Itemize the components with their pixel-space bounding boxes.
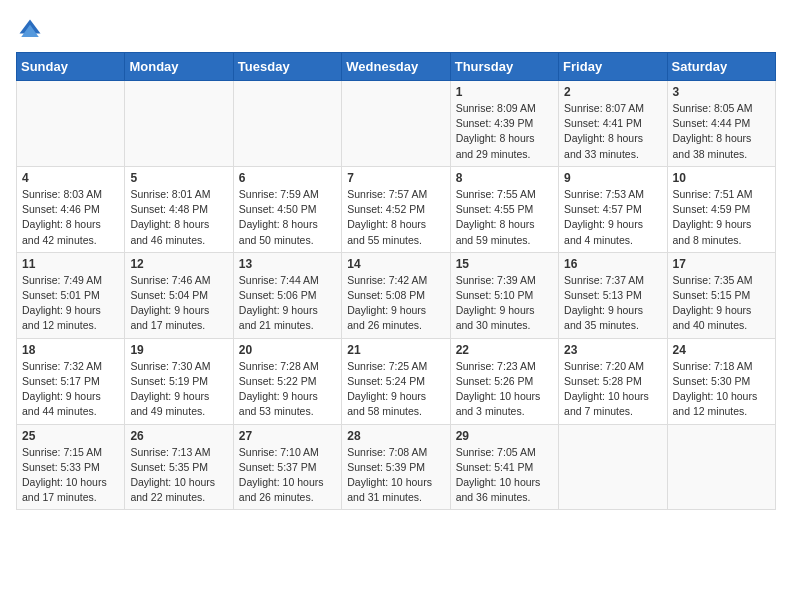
calendar-cell: 7Sunrise: 7:57 AM Sunset: 4:52 PM Daylig… bbox=[342, 166, 450, 252]
calendar-week-2: 4Sunrise: 8:03 AM Sunset: 4:46 PM Daylig… bbox=[17, 166, 776, 252]
cell-info: Sunrise: 7:25 AM Sunset: 5:24 PM Dayligh… bbox=[347, 359, 444, 420]
calendar-cell: 2Sunrise: 8:07 AM Sunset: 4:41 PM Daylig… bbox=[559, 81, 667, 167]
day-header-thursday: Thursday bbox=[450, 53, 558, 81]
day-number: 20 bbox=[239, 343, 336, 357]
calendar-cell: 24Sunrise: 7:18 AM Sunset: 5:30 PM Dayli… bbox=[667, 338, 775, 424]
calendar-cell: 27Sunrise: 7:10 AM Sunset: 5:37 PM Dayli… bbox=[233, 424, 341, 510]
calendar-cell: 17Sunrise: 7:35 AM Sunset: 5:15 PM Dayli… bbox=[667, 252, 775, 338]
day-number: 23 bbox=[564, 343, 661, 357]
day-number: 18 bbox=[22, 343, 119, 357]
day-number: 10 bbox=[673, 171, 770, 185]
calendar-cell: 16Sunrise: 7:37 AM Sunset: 5:13 PM Dayli… bbox=[559, 252, 667, 338]
cell-info: Sunrise: 7:44 AM Sunset: 5:06 PM Dayligh… bbox=[239, 273, 336, 334]
day-header-friday: Friday bbox=[559, 53, 667, 81]
day-number: 12 bbox=[130, 257, 227, 271]
day-number: 4 bbox=[22, 171, 119, 185]
day-number: 1 bbox=[456, 85, 553, 99]
calendar-cell bbox=[559, 424, 667, 510]
calendar-cell: 3Sunrise: 8:05 AM Sunset: 4:44 PM Daylig… bbox=[667, 81, 775, 167]
day-header-monday: Monday bbox=[125, 53, 233, 81]
cell-info: Sunrise: 7:18 AM Sunset: 5:30 PM Dayligh… bbox=[673, 359, 770, 420]
cell-info: Sunrise: 8:07 AM Sunset: 4:41 PM Dayligh… bbox=[564, 101, 661, 162]
day-number: 29 bbox=[456, 429, 553, 443]
calendar-cell: 21Sunrise: 7:25 AM Sunset: 5:24 PM Dayli… bbox=[342, 338, 450, 424]
day-number: 6 bbox=[239, 171, 336, 185]
calendar-week-1: 1Sunrise: 8:09 AM Sunset: 4:39 PM Daylig… bbox=[17, 81, 776, 167]
day-header-saturday: Saturday bbox=[667, 53, 775, 81]
calendar-cell: 5Sunrise: 8:01 AM Sunset: 4:48 PM Daylig… bbox=[125, 166, 233, 252]
cell-info: Sunrise: 7:23 AM Sunset: 5:26 PM Dayligh… bbox=[456, 359, 553, 420]
calendar-cell: 19Sunrise: 7:30 AM Sunset: 5:19 PM Dayli… bbox=[125, 338, 233, 424]
day-number: 11 bbox=[22, 257, 119, 271]
day-number: 21 bbox=[347, 343, 444, 357]
day-number: 22 bbox=[456, 343, 553, 357]
calendar-cell: 14Sunrise: 7:42 AM Sunset: 5:08 PM Dayli… bbox=[342, 252, 450, 338]
day-header-wednesday: Wednesday bbox=[342, 53, 450, 81]
calendar-cell: 26Sunrise: 7:13 AM Sunset: 5:35 PM Dayli… bbox=[125, 424, 233, 510]
day-number: 28 bbox=[347, 429, 444, 443]
cell-info: Sunrise: 7:57 AM Sunset: 4:52 PM Dayligh… bbox=[347, 187, 444, 248]
cell-info: Sunrise: 7:46 AM Sunset: 5:04 PM Dayligh… bbox=[130, 273, 227, 334]
calendar-cell bbox=[667, 424, 775, 510]
day-number: 24 bbox=[673, 343, 770, 357]
cell-info: Sunrise: 7:28 AM Sunset: 5:22 PM Dayligh… bbox=[239, 359, 336, 420]
day-number: 27 bbox=[239, 429, 336, 443]
cell-info: Sunrise: 8:09 AM Sunset: 4:39 PM Dayligh… bbox=[456, 101, 553, 162]
day-number: 8 bbox=[456, 171, 553, 185]
calendar-cell: 6Sunrise: 7:59 AM Sunset: 4:50 PM Daylig… bbox=[233, 166, 341, 252]
day-number: 14 bbox=[347, 257, 444, 271]
day-number: 5 bbox=[130, 171, 227, 185]
calendar-cell: 13Sunrise: 7:44 AM Sunset: 5:06 PM Dayli… bbox=[233, 252, 341, 338]
cell-info: Sunrise: 7:39 AM Sunset: 5:10 PM Dayligh… bbox=[456, 273, 553, 334]
day-number: 15 bbox=[456, 257, 553, 271]
calendar-table: SundayMondayTuesdayWednesdayThursdayFrid… bbox=[16, 52, 776, 510]
calendar-week-5: 25Sunrise: 7:15 AM Sunset: 5:33 PM Dayli… bbox=[17, 424, 776, 510]
cell-info: Sunrise: 7:37 AM Sunset: 5:13 PM Dayligh… bbox=[564, 273, 661, 334]
cell-info: Sunrise: 7:20 AM Sunset: 5:28 PM Dayligh… bbox=[564, 359, 661, 420]
calendar-cell bbox=[17, 81, 125, 167]
calendar-cell: 9Sunrise: 7:53 AM Sunset: 4:57 PM Daylig… bbox=[559, 166, 667, 252]
calendar-cell bbox=[233, 81, 341, 167]
cell-info: Sunrise: 7:15 AM Sunset: 5:33 PM Dayligh… bbox=[22, 445, 119, 506]
cell-info: Sunrise: 7:55 AM Sunset: 4:55 PM Dayligh… bbox=[456, 187, 553, 248]
calendar-cell: 23Sunrise: 7:20 AM Sunset: 5:28 PM Dayli… bbox=[559, 338, 667, 424]
day-number: 9 bbox=[564, 171, 661, 185]
cell-info: Sunrise: 7:49 AM Sunset: 5:01 PM Dayligh… bbox=[22, 273, 119, 334]
calendar-cell: 25Sunrise: 7:15 AM Sunset: 5:33 PM Dayli… bbox=[17, 424, 125, 510]
cell-info: Sunrise: 8:05 AM Sunset: 4:44 PM Dayligh… bbox=[673, 101, 770, 162]
day-number: 16 bbox=[564, 257, 661, 271]
day-number: 17 bbox=[673, 257, 770, 271]
day-number: 7 bbox=[347, 171, 444, 185]
cell-info: Sunrise: 7:59 AM Sunset: 4:50 PM Dayligh… bbox=[239, 187, 336, 248]
day-header-sunday: Sunday bbox=[17, 53, 125, 81]
calendar-week-3: 11Sunrise: 7:49 AM Sunset: 5:01 PM Dayli… bbox=[17, 252, 776, 338]
calendar-cell: 1Sunrise: 8:09 AM Sunset: 4:39 PM Daylig… bbox=[450, 81, 558, 167]
logo bbox=[16, 16, 48, 44]
calendar-week-4: 18Sunrise: 7:32 AM Sunset: 5:17 PM Dayli… bbox=[17, 338, 776, 424]
cell-info: Sunrise: 7:08 AM Sunset: 5:39 PM Dayligh… bbox=[347, 445, 444, 506]
calendar-cell: 10Sunrise: 7:51 AM Sunset: 4:59 PM Dayli… bbox=[667, 166, 775, 252]
cell-info: Sunrise: 7:30 AM Sunset: 5:19 PM Dayligh… bbox=[130, 359, 227, 420]
cell-info: Sunrise: 7:53 AM Sunset: 4:57 PM Dayligh… bbox=[564, 187, 661, 248]
day-number: 13 bbox=[239, 257, 336, 271]
calendar-cell: 15Sunrise: 7:39 AM Sunset: 5:10 PM Dayli… bbox=[450, 252, 558, 338]
calendar-cell: 29Sunrise: 7:05 AM Sunset: 5:41 PM Dayli… bbox=[450, 424, 558, 510]
calendar-cell: 28Sunrise: 7:08 AM Sunset: 5:39 PM Dayli… bbox=[342, 424, 450, 510]
calendar-cell: 4Sunrise: 8:03 AM Sunset: 4:46 PM Daylig… bbox=[17, 166, 125, 252]
day-header-tuesday: Tuesday bbox=[233, 53, 341, 81]
calendar-cell: 12Sunrise: 7:46 AM Sunset: 5:04 PM Dayli… bbox=[125, 252, 233, 338]
calendar-cell bbox=[342, 81, 450, 167]
calendar-cell: 18Sunrise: 7:32 AM Sunset: 5:17 PM Dayli… bbox=[17, 338, 125, 424]
cell-info: Sunrise: 8:03 AM Sunset: 4:46 PM Dayligh… bbox=[22, 187, 119, 248]
calendar-cell: 11Sunrise: 7:49 AM Sunset: 5:01 PM Dayli… bbox=[17, 252, 125, 338]
calendar-cell: 20Sunrise: 7:28 AM Sunset: 5:22 PM Dayli… bbox=[233, 338, 341, 424]
cell-info: Sunrise: 7:35 AM Sunset: 5:15 PM Dayligh… bbox=[673, 273, 770, 334]
calendar-cell: 22Sunrise: 7:23 AM Sunset: 5:26 PM Dayli… bbox=[450, 338, 558, 424]
cell-info: Sunrise: 7:10 AM Sunset: 5:37 PM Dayligh… bbox=[239, 445, 336, 506]
calendar-cell: 8Sunrise: 7:55 AM Sunset: 4:55 PM Daylig… bbox=[450, 166, 558, 252]
logo-icon bbox=[16, 16, 44, 44]
cell-info: Sunrise: 7:05 AM Sunset: 5:41 PM Dayligh… bbox=[456, 445, 553, 506]
day-number: 26 bbox=[130, 429, 227, 443]
cell-info: Sunrise: 8:01 AM Sunset: 4:48 PM Dayligh… bbox=[130, 187, 227, 248]
calendar-header-row: SundayMondayTuesdayWednesdayThursdayFrid… bbox=[17, 53, 776, 81]
